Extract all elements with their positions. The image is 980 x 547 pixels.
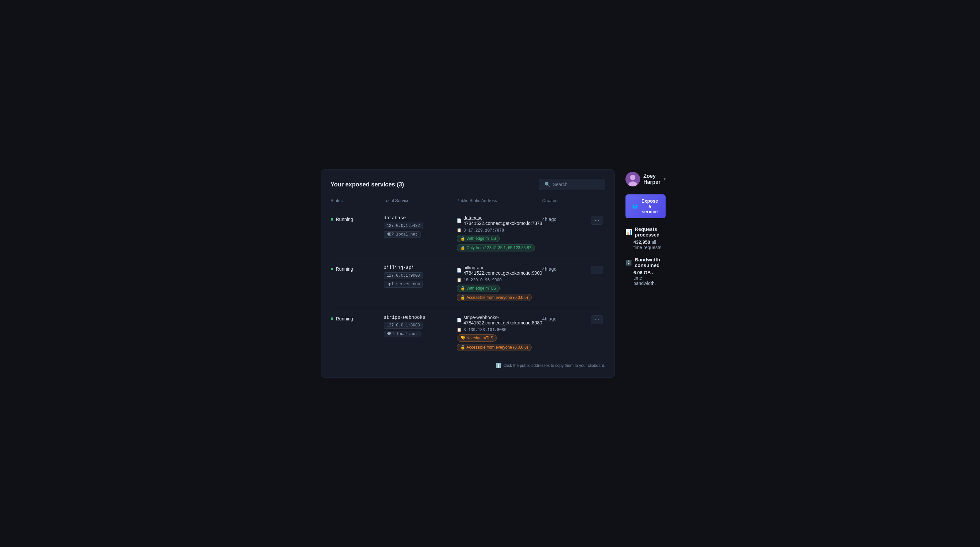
- footer-hint-text: Click the public addresses to copy them …: [503, 363, 605, 368]
- public-address-cell[interactable]: 📄 stripe-webhooks-47841522.connect.getko…: [457, 315, 542, 351]
- col-created: Created: [542, 198, 589, 203]
- footer-hint: ℹ️ Click the public addresses to copy th…: [331, 363, 605, 368]
- table-header: Status Local Service Public Static Addre…: [331, 198, 605, 207]
- status-text: Running: [336, 266, 353, 272]
- avatar: [625, 172, 640, 186]
- mtls-badge: 🔒 With edge mTLS: [457, 285, 500, 292]
- stats-section: 📊 Requests processed 432,950 all time re…: [625, 226, 666, 286]
- service-rows-container: Running database 127.0.0.1:5432MBP.local…: [331, 209, 605, 358]
- created-cell: 4h ago: [542, 215, 589, 222]
- local-service-cell: stripe-webhooks 127.0.0.1:8080MBP.local.…: [384, 315, 457, 337]
- access-icon: 🔒: [460, 245, 465, 250]
- search-input[interactable]: [553, 182, 600, 187]
- access-badge: 🔓 Accessible from everyone (0.0.0.0): [457, 343, 531, 351]
- info-icon: ℹ️: [496, 363, 501, 368]
- search-box: 🔍: [539, 179, 605, 190]
- user-name: Zoey Harper: [643, 173, 661, 185]
- expose-service-label: Expose a service: [640, 198, 659, 214]
- copy-icon: 📋: [457, 228, 461, 233]
- copy-icon: 📋: [457, 328, 461, 332]
- bandwidth-stat-title: 🗄️ Bandwidth consumed: [625, 257, 666, 268]
- requests-stat-title: 📊 Requests processed: [625, 226, 666, 237]
- ip-text: 3.17.229.107:7878: [464, 228, 504, 233]
- col-status: Status: [331, 198, 384, 203]
- more-options-button[interactable]: ···: [591, 315, 603, 324]
- sidebar: Zoey Harper ▾ 🌐 Expose a service 📊 Reque…: [625, 169, 666, 286]
- panel-header: Your exposed services (3) 🔍: [331, 179, 605, 190]
- public-address-main[interactable]: 📄 database-47841522.connect.getkokomo.io…: [457, 215, 542, 226]
- created-cell: 4h ago: [542, 315, 589, 321]
- expose-service-icon: 🌐: [632, 204, 638, 209]
- public-address-text[interactable]: stripe-webhooks-47841522.connect.getkoko…: [464, 315, 542, 325]
- user-section[interactable]: Zoey Harper ▾: [625, 172, 666, 186]
- col-local-service: Local Service: [384, 198, 457, 203]
- globe-icon: 📄: [457, 268, 461, 273]
- public-ip: 📋 3.17.229.107:7878: [457, 228, 542, 233]
- service-name: billing-api: [384, 265, 457, 270]
- table-row: Running stripe-webhooks 127.0.0.1:8080MB…: [331, 308, 605, 358]
- lock-icon: 👎: [460, 336, 465, 340]
- local-tag: MBP.local.net: [384, 231, 421, 238]
- public-address-text[interactable]: database-47841522.connect.getkokomo.io:7…: [464, 215, 542, 226]
- expose-service-button[interactable]: 🌐 Expose a service: [625, 194, 666, 218]
- local-service-cell: database 127.0.0.1:5432MBP.local.net: [384, 215, 457, 238]
- copy-icon: 📋: [457, 278, 461, 283]
- created-cell: 4h ago: [542, 265, 589, 272]
- mtls-badge: 🔒 With edge mTLS: [457, 235, 500, 242]
- access-badge: 🔓 Accessible from everyone (0.0.0.0): [457, 294, 531, 301]
- public-address-main[interactable]: 📄 stripe-webhooks-47841522.connect.getko…: [457, 315, 542, 325]
- local-tag: 127.0.0.1:9000: [384, 272, 423, 279]
- status-text: Running: [336, 316, 353, 321]
- ip-text: 18.220.0.96:9000: [464, 278, 502, 283]
- svg-point-1: [630, 175, 635, 180]
- bandwidth-stat-label: Bandwidth consumed: [635, 257, 666, 268]
- col-public-address: Public Static Address: [457, 198, 542, 203]
- local-service-cell: billing-api 127.0.0.1:9000api.server.com: [384, 265, 457, 288]
- main-panel: Your exposed services (3) 🔍 Status Local…: [321, 169, 615, 378]
- bandwidth-amount: 6.06 GB: [633, 270, 651, 275]
- status-cell: Running: [331, 215, 384, 222]
- public-address-main[interactable]: 📄 billing-api-47841522.connect.getkokomo…: [457, 265, 542, 276]
- search-icon: 🔍: [544, 182, 550, 187]
- status-indicator: [331, 218, 333, 221]
- bandwidth-stat-value: 6.06 GB all time bandwidth.: [625, 270, 666, 286]
- col-actions: [589, 198, 605, 203]
- local-tag: 127.0.0.1:8080: [384, 322, 423, 329]
- public-address-cell[interactable]: 📄 billing-api-47841522.connect.getkokomo…: [457, 265, 542, 301]
- access-icon: 🔓: [460, 295, 465, 300]
- status-indicator: [331, 318, 333, 320]
- public-ip: 📋 3.139.183.101:8080: [457, 328, 542, 332]
- page-title: Your exposed services (3): [331, 181, 404, 188]
- database-icon: 🗄️: [625, 259, 632, 266]
- service-name: database: [384, 215, 457, 221]
- access-icon: 🔓: [460, 345, 465, 350]
- more-options-button[interactable]: ···: [591, 216, 603, 224]
- table-row: Running billing-api 127.0.0.1:9000api.se…: [331, 258, 605, 308]
- requests-count: 432,950: [633, 240, 650, 245]
- actions-cell: ···: [589, 315, 605, 324]
- ip-text: 3.139.183.101:8080: [464, 328, 507, 332]
- public-ip: 📋 18.220.0.96:9000: [457, 278, 542, 283]
- status-text: Running: [336, 216, 353, 222]
- local-tag: api.server.com: [384, 281, 423, 288]
- actions-cell: ···: [589, 215, 605, 224]
- mtls-badge: 👎 No edge mTLS: [457, 334, 497, 342]
- public-address-cell[interactable]: 📄 database-47841522.connect.getkokomo.io…: [457, 215, 542, 251]
- requests-stat-block: 📊 Requests processed 432,950 all time re…: [625, 226, 666, 250]
- status-indicator: [331, 268, 333, 270]
- table-row: Running database 127.0.0.1:5432MBP.local…: [331, 209, 605, 258]
- actions-cell: ···: [589, 265, 605, 274]
- local-tag: 127.0.0.1:5432: [384, 223, 423, 229]
- bar-chart-icon: 📊: [625, 229, 632, 235]
- public-address-text[interactable]: billing-api-47841522.connect.getkokomo.i…: [464, 265, 542, 276]
- globe-icon: 📄: [457, 318, 461, 323]
- service-name: stripe-webhooks: [384, 315, 457, 320]
- lock-icon: 🔒: [460, 236, 465, 241]
- lock-icon: 🔒: [460, 286, 465, 291]
- status-cell: Running: [331, 315, 384, 321]
- access-badge: 🔒 Only from 123.41.35.1, 65.123.55.87: [457, 244, 535, 251]
- requests-stat-value: 432,950 all time requests.: [625, 240, 666, 250]
- more-options-button[interactable]: ···: [591, 266, 603, 274]
- status-cell: Running: [331, 265, 384, 272]
- chevron-down-icon: ▾: [663, 177, 666, 181]
